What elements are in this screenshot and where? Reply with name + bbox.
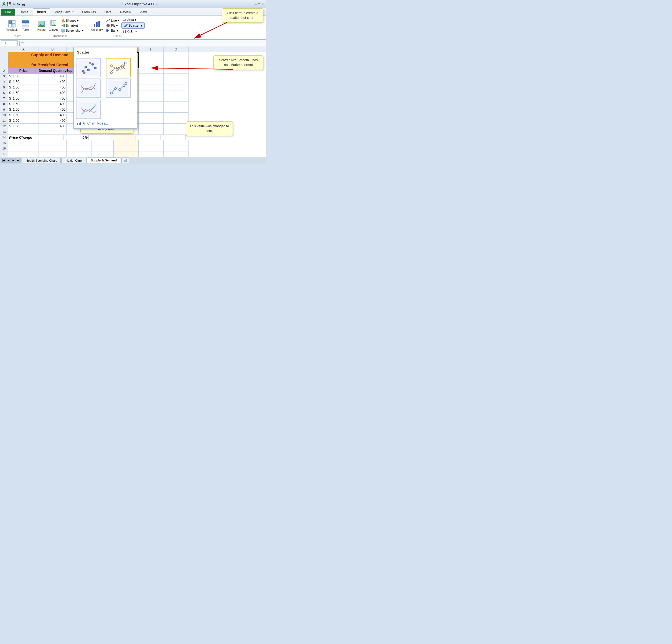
cell-a10[interactable]: $ 1.50 (8, 112, 39, 118)
cell-e15[interactable] (114, 140, 139, 146)
cell-b6[interactable]: 400 (39, 91, 67, 96)
screenshot-button[interactable]: Screenshot ▾ (60, 28, 85, 33)
formula-input[interactable] (25, 41, 265, 45)
cell-g3[interactable] (164, 74, 189, 79)
tab-data[interactable]: Data (100, 9, 116, 15)
tab-view[interactable]: View (135, 9, 151, 15)
smartart-button[interactable]: SmartArt (60, 23, 85, 28)
col-header-f[interactable]: F (139, 47, 164, 52)
cell-f17[interactable] (139, 152, 164, 157)
cell-d16[interactable] (92, 146, 114, 152)
scatter-button[interactable]: Scatter ▾ (121, 23, 145, 28)
cell-a12[interactable]: $ 1.50 (8, 124, 39, 129)
cell-f10[interactable] (139, 112, 164, 118)
pivottable-button[interactable]: PivotTable (4, 20, 20, 32)
scatter-smooth-option[interactable] (76, 79, 101, 98)
cell-b13[interactable] (39, 129, 67, 135)
table-button[interactable]: Table (21, 20, 31, 32)
tab-page-layout[interactable]: Page Layout (50, 9, 77, 15)
cell-a15[interactable] (8, 140, 39, 146)
cell-b15[interactable] (39, 140, 67, 146)
cell-a14[interactable]: Price Change (8, 135, 64, 140)
save-icon[interactable]: 💾 (7, 2, 11, 7)
cell-b10[interactable]: 400 (39, 112, 67, 118)
scatter-smooth-markers-option[interactable] (106, 58, 131, 77)
cell-f2[interactable] (139, 68, 164, 74)
sheet-tab-health-spending[interactable]: Health Spending Chart (22, 158, 61, 163)
cell-f8[interactable] (139, 102, 164, 107)
cell-f3[interactable] (139, 74, 164, 79)
column-chart-button[interactable]: Column ▾ (90, 20, 104, 32)
sheet-tab-supply-demand[interactable]: Supply & Demand (86, 157, 121, 163)
line-button[interactable]: Line ▾ (105, 18, 120, 23)
cell-g15[interactable] (164, 140, 189, 146)
cell-g12[interactable] (164, 124, 189, 129)
cell-e16[interactable] (114, 146, 139, 152)
cell-f14[interactable] (136, 135, 161, 140)
cell-g6[interactable] (164, 91, 189, 96)
clip-art-button[interactable]: Clip Art (48, 20, 59, 32)
cell-b3[interactable]: 400 (39, 74, 67, 79)
cell-a2[interactable]: Price (8, 68, 39, 74)
cell-g7[interactable] (164, 96, 189, 102)
cell-f4[interactable] (139, 79, 164, 85)
cell-b17[interactable] (39, 152, 67, 157)
cell-c15[interactable] (67, 140, 92, 146)
cell-f15[interactable] (139, 140, 164, 146)
cell-g13[interactable] (164, 129, 189, 135)
cell-c17[interactable] (67, 152, 92, 157)
cell-g14[interactable] (161, 135, 186, 140)
cell-g11[interactable] (164, 118, 189, 124)
redo-icon[interactable]: ↪ (17, 2, 20, 7)
cell-f1[interactable] (139, 52, 164, 68)
cell-d15[interactable] (92, 140, 114, 146)
bar-button[interactable]: Bar ▾ (105, 28, 120, 33)
sheet-tab-new[interactable]: 🔄 (121, 157, 129, 163)
cell-g4[interactable] (164, 79, 189, 85)
cell-a13[interactable] (8, 129, 39, 135)
cell-f11[interactable] (139, 118, 164, 124)
cell-b2[interactable]: Demand Quantity (39, 68, 67, 74)
sheet-nav-first[interactable]: |◀ (1, 158, 5, 163)
cell-b11[interactable]: 400 (39, 118, 67, 124)
cell-d14[interactable] (89, 135, 111, 140)
cell-g9[interactable] (164, 107, 189, 112)
scatter-straight-option[interactable] (76, 99, 101, 119)
cell-e17[interactable] (114, 152, 139, 157)
cell-a5[interactable]: $ 1.50 (8, 85, 39, 91)
picture-button[interactable]: Picture (36, 20, 47, 32)
print-icon[interactable]: 🖨 (21, 2, 25, 7)
tab-home[interactable]: Home (15, 9, 33, 15)
cell-c16[interactable] (67, 146, 92, 152)
cell-f5[interactable] (139, 85, 164, 91)
scatter-straight-markers-option[interactable] (106, 79, 131, 98)
sheet-nav-next[interactable]: ▶ (11, 158, 15, 163)
all-chart-types-link[interactable]: All Chart Types... (76, 121, 135, 126)
cell-f16[interactable] (139, 146, 164, 152)
cell-a16[interactable] (8, 146, 39, 152)
cell-g2[interactable] (164, 68, 189, 74)
cell-b8[interactable]: 400 (39, 102, 67, 107)
cell-g16[interactable] (164, 146, 189, 152)
sheet-nav-prev[interactable]: ◀ (6, 158, 11, 163)
col-header-b[interactable]: B (39, 47, 67, 52)
cell-f12[interactable] (139, 124, 164, 129)
cell-f9[interactable] (139, 107, 164, 112)
cell-a8[interactable]: $ 1.50 (8, 102, 39, 107)
cell-d17[interactable] (92, 152, 114, 157)
tab-review[interactable]: Review (116, 9, 135, 15)
sheet-nav-last[interactable]: ▶| (16, 158, 21, 163)
cell-a11[interactable]: $ 1.50 (8, 118, 39, 124)
cell-g17[interactable] (164, 152, 189, 157)
tab-file[interactable]: File (1, 9, 15, 15)
cell-reference[interactable] (1, 40, 18, 46)
cell-a4[interactable]: $ 1.50 (8, 79, 39, 85)
tab-formulas[interactable]: Formulas (78, 9, 100, 15)
tab-insert[interactable]: Insert (33, 8, 50, 15)
cell-e14[interactable] (111, 135, 136, 140)
scatter-only-option[interactable] (76, 58, 101, 77)
cell-a9[interactable]: $ 1.50 (8, 107, 39, 112)
cell-f7[interactable] (139, 96, 164, 102)
cell-f6[interactable] (139, 91, 164, 96)
shapes-button[interactable]: Shapes ▾ (60, 18, 85, 23)
